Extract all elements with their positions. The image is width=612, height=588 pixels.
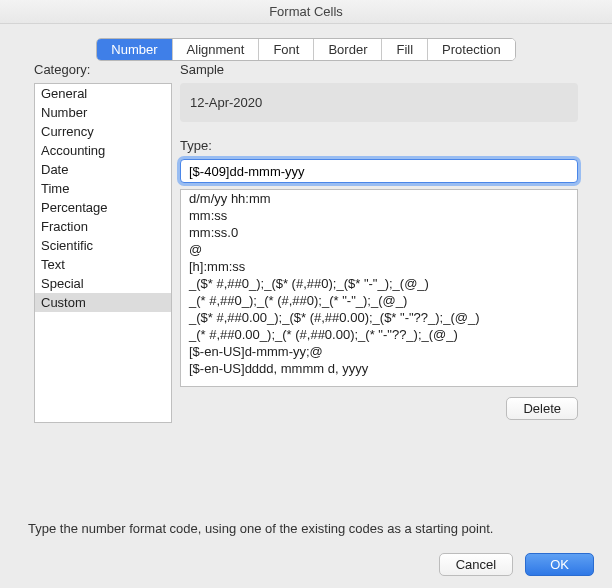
ok-button[interactable]: OK [525, 553, 594, 576]
type-input[interactable] [180, 159, 578, 183]
category-item-currency[interactable]: Currency [35, 122, 171, 141]
category-item-date[interactable]: Date [35, 160, 171, 179]
type-format-item[interactable]: _($* #,##0.00_);_($* (#,##0.00);_($* "-"… [181, 309, 577, 326]
type-format-item[interactable]: [$-en-US]d-mmm-yy;@ [181, 343, 577, 360]
category-item-custom[interactable]: Custom [35, 293, 171, 312]
category-item-number[interactable]: Number [35, 103, 171, 122]
category-item-special[interactable]: Special [35, 274, 171, 293]
type-format-item[interactable]: [$-en-US]dddd, mmmm d, yyyy [181, 360, 577, 377]
tab-protection[interactable]: Protection [428, 39, 515, 60]
type-format-listbox[interactable]: d/m/yy hh:mmmm:ssmm:ss.0@[h]:mm:ss_($* #… [180, 189, 578, 387]
type-format-item[interactable]: _(* #,##0_);_(* (#,##0);_(* "-"_);_(@_) [181, 292, 577, 309]
type-format-item[interactable]: _($* #,##0_);_($* (#,##0);_($* "-"_);_(@… [181, 275, 577, 292]
category-item-time[interactable]: Time [35, 179, 171, 198]
tab-bar: NumberAlignmentFontBorderFillProtection [0, 38, 612, 61]
category-item-scientific[interactable]: Scientific [35, 236, 171, 255]
window-title: Format Cells [0, 0, 612, 24]
category-item-percentage[interactable]: Percentage [35, 198, 171, 217]
category-item-accounting[interactable]: Accounting [35, 141, 171, 160]
type-format-item[interactable]: d/m/yy hh:mm [181, 190, 577, 207]
tab-alignment[interactable]: Alignment [173, 39, 260, 60]
hint-text: Type the number format code, using one o… [28, 521, 493, 536]
type-format-item[interactable]: [h]:mm:ss [181, 258, 577, 275]
type-format-item[interactable]: mm:ss [181, 207, 577, 224]
sample-value: 12-Apr-2020 [180, 83, 578, 122]
category-label: Category: [34, 62, 172, 77]
category-item-general[interactable]: General [35, 84, 171, 103]
category-item-text[interactable]: Text [35, 255, 171, 274]
delete-button[interactable]: Delete [506, 397, 578, 420]
tab-fill[interactable]: Fill [382, 39, 428, 60]
type-label: Type: [180, 138, 578, 153]
tab-number[interactable]: Number [97, 39, 172, 60]
category-item-fraction[interactable]: Fraction [35, 217, 171, 236]
type-format-item[interactable]: @ [181, 241, 577, 258]
cancel-button[interactable]: Cancel [439, 553, 513, 576]
sample-label: Sample [180, 62, 578, 77]
category-listbox[interactable]: GeneralNumberCurrencyAccountingDateTimeP… [34, 83, 172, 423]
type-format-item[interactable]: mm:ss.0 [181, 224, 577, 241]
tab-border[interactable]: Border [314, 39, 382, 60]
tab-font[interactable]: Font [259, 39, 314, 60]
type-format-item[interactable]: _(* #,##0.00_);_(* (#,##0.00);_(* "-"??_… [181, 326, 577, 343]
